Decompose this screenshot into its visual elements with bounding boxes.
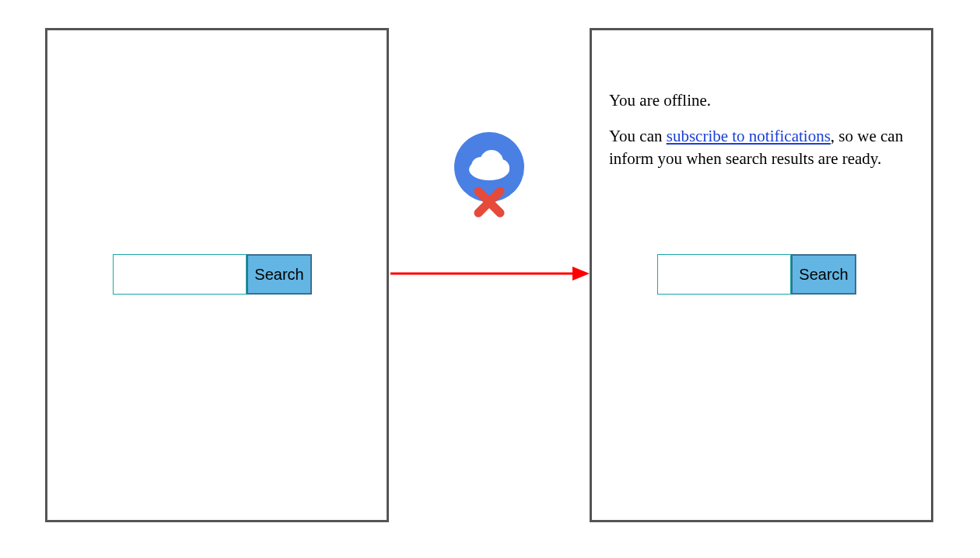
svg-point-3 (469, 159, 509, 180)
offline-hint: You can subscribe to notifications, so w… (609, 125, 914, 169)
hint-prefix: You can (609, 127, 667, 145)
offline-line: You are offline. (609, 89, 914, 111)
search-input[interactable] (113, 254, 247, 295)
arrow-right-icon (390, 264, 590, 283)
search-group-left: Search (113, 254, 312, 295)
right-panel: You are offline. You can subscribe to no… (590, 28, 933, 522)
svg-point-6 (492, 159, 509, 176)
svg-point-2 (454, 132, 524, 202)
svg-point-5 (480, 150, 503, 173)
left-panel: Search (45, 28, 389, 522)
svg-marker-1 (572, 267, 590, 281)
search-group-right: Search (657, 254, 856, 295)
subscribe-link[interactable]: subscribe to notifications (667, 127, 831, 145)
search-button[interactable]: Search (791, 254, 856, 295)
offline-message: You are offline. You can subscribe to no… (609, 89, 914, 183)
svg-point-4 (471, 157, 490, 176)
svg-line-8 (478, 191, 500, 213)
search-input[interactable] (657, 254, 791, 295)
svg-line-7 (478, 191, 500, 213)
cloud-offline-icon (453, 132, 526, 218)
search-button[interactable]: Search (247, 254, 312, 295)
